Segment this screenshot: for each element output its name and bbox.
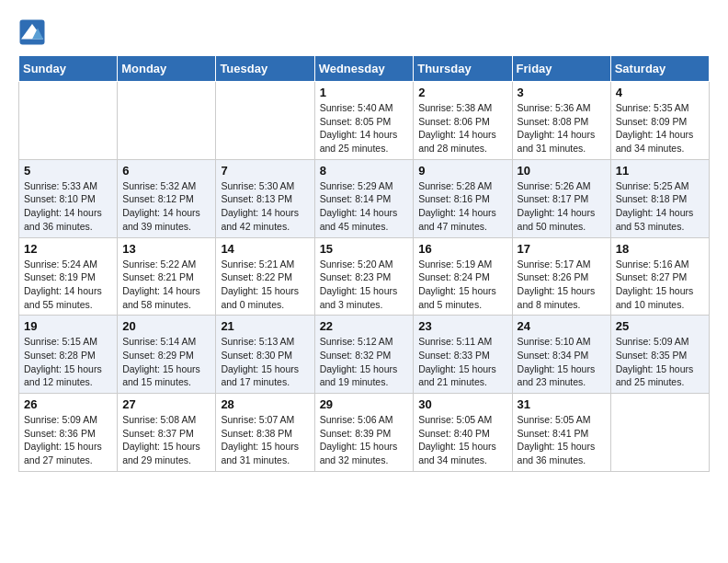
calendar-cell: 3Sunrise: 5:36 AM Sunset: 8:08 PM Daylig… bbox=[512, 82, 610, 160]
day-info: Sunrise: 5:07 AM Sunset: 8:38 PM Dayligh… bbox=[221, 413, 309, 467]
day-number: 19 bbox=[24, 319, 112, 333]
calendar-week-row: 12Sunrise: 5:24 AM Sunset: 8:19 PM Dayli… bbox=[19, 237, 710, 316]
calendar-cell: 27Sunrise: 5:08 AM Sunset: 8:37 PM Dayli… bbox=[118, 394, 216, 472]
calendar-cell: 25Sunrise: 5:09 AM Sunset: 8:35 PM Dayli… bbox=[610, 316, 709, 394]
day-number: 29 bbox=[320, 397, 409, 411]
day-info: Sunrise: 5:06 AM Sunset: 8:39 PM Dayligh… bbox=[320, 413, 409, 467]
calendar-cell: 17Sunrise: 5:17 AM Sunset: 8:26 PM Dayli… bbox=[512, 237, 610, 316]
day-info: Sunrise: 5:40 AM Sunset: 8:05 PM Dayligh… bbox=[320, 101, 409, 155]
calendar-week-row: 1Sunrise: 5:40 AM Sunset: 8:05 PM Daylig… bbox=[19, 82, 710, 160]
day-number: 26 bbox=[24, 397, 112, 411]
calendar-cell: 16Sunrise: 5:19 AM Sunset: 8:24 PM Dayli… bbox=[414, 237, 512, 316]
day-info: Sunrise: 5:33 AM Sunset: 8:10 PM Dayligh… bbox=[24, 179, 112, 234]
day-info: Sunrise: 5:16 AM Sunset: 8:27 PM Dayligh… bbox=[616, 258, 704, 312]
day-number: 13 bbox=[122, 242, 210, 256]
day-info: Sunrise: 5:24 AM Sunset: 8:19 PM Dayligh… bbox=[24, 258, 112, 312]
calendar-cell: 19Sunrise: 5:15 AM Sunset: 8:28 PM Dayli… bbox=[19, 316, 118, 394]
calendar-cell: 20Sunrise: 5:14 AM Sunset: 8:29 PM Dayli… bbox=[118, 316, 216, 394]
day-number: 11 bbox=[616, 164, 704, 178]
col-header-saturday: Saturday bbox=[610, 56, 709, 82]
day-info: Sunrise: 5:26 AM Sunset: 8:17 PM Dayligh… bbox=[518, 179, 606, 234]
calendar-cell bbox=[19, 82, 118, 160]
day-number: 16 bbox=[418, 242, 506, 256]
day-info: Sunrise: 5:09 AM Sunset: 8:36 PM Dayligh… bbox=[24, 413, 112, 467]
calendar-header-row: SundayMondayTuesdayWednesdayThursdayFrid… bbox=[19, 56, 710, 82]
calendar-cell: 6Sunrise: 5:32 AM Sunset: 8:12 PM Daylig… bbox=[118, 159, 216, 237]
col-header-monday: Monday bbox=[118, 56, 216, 82]
calendar-cell: 14Sunrise: 5:21 AM Sunset: 8:22 PM Dayli… bbox=[216, 237, 314, 316]
logo-icon bbox=[18, 18, 46, 46]
day-info: Sunrise: 5:17 AM Sunset: 8:26 PM Dayligh… bbox=[518, 258, 606, 312]
col-header-sunday: Sunday bbox=[19, 56, 118, 82]
calendar-cell bbox=[118, 82, 216, 160]
calendar-cell: 1Sunrise: 5:40 AM Sunset: 8:05 PM Daylig… bbox=[314, 82, 414, 160]
calendar-cell: 8Sunrise: 5:29 AM Sunset: 8:14 PM Daylig… bbox=[314, 159, 414, 237]
day-number: 24 bbox=[518, 319, 606, 333]
day-info: Sunrise: 5:21 AM Sunset: 8:22 PM Dayligh… bbox=[221, 258, 309, 312]
day-info: Sunrise: 5:13 AM Sunset: 8:30 PM Dayligh… bbox=[221, 335, 309, 389]
day-number: 4 bbox=[616, 86, 704, 99]
calendar-cell: 5Sunrise: 5:33 AM Sunset: 8:10 PM Daylig… bbox=[19, 159, 118, 237]
logo bbox=[18, 18, 48, 46]
day-number: 30 bbox=[418, 397, 506, 411]
day-info: Sunrise: 5:15 AM Sunset: 8:28 PM Dayligh… bbox=[24, 335, 112, 389]
calendar-week-row: 26Sunrise: 5:09 AM Sunset: 8:36 PM Dayli… bbox=[19, 394, 710, 472]
day-info: Sunrise: 5:36 AM Sunset: 8:08 PM Dayligh… bbox=[518, 101, 606, 155]
day-info: Sunrise: 5:14 AM Sunset: 8:29 PM Dayligh… bbox=[122, 335, 210, 389]
day-number: 20 bbox=[122, 319, 210, 333]
day-number: 31 bbox=[518, 397, 606, 411]
day-info: Sunrise: 5:11 AM Sunset: 8:33 PM Dayligh… bbox=[418, 335, 506, 389]
day-info: Sunrise: 5:05 AM Sunset: 8:41 PM Dayligh… bbox=[518, 413, 606, 467]
day-number: 28 bbox=[221, 397, 309, 411]
day-number: 2 bbox=[418, 86, 506, 99]
day-info: Sunrise: 5:29 AM Sunset: 8:14 PM Dayligh… bbox=[320, 179, 409, 234]
day-info: Sunrise: 5:38 AM Sunset: 8:06 PM Dayligh… bbox=[418, 101, 506, 155]
calendar-table: SundayMondayTuesdayWednesdayThursdayFrid… bbox=[18, 55, 710, 472]
page-header bbox=[18, 18, 710, 46]
day-number: 8 bbox=[320, 164, 409, 178]
day-info: Sunrise: 5:08 AM Sunset: 8:37 PM Dayligh… bbox=[122, 413, 210, 467]
calendar-cell: 9Sunrise: 5:28 AM Sunset: 8:16 PM Daylig… bbox=[414, 159, 512, 237]
day-info: Sunrise: 5:19 AM Sunset: 8:24 PM Dayligh… bbox=[418, 258, 506, 312]
calendar-cell: 23Sunrise: 5:11 AM Sunset: 8:33 PM Dayli… bbox=[414, 316, 512, 394]
day-info: Sunrise: 5:35 AM Sunset: 8:09 PM Dayligh… bbox=[616, 101, 704, 155]
day-info: Sunrise: 5:32 AM Sunset: 8:12 PM Dayligh… bbox=[122, 179, 210, 234]
day-number: 5 bbox=[24, 164, 112, 178]
day-info: Sunrise: 5:05 AM Sunset: 8:40 PM Dayligh… bbox=[418, 413, 506, 467]
day-number: 27 bbox=[122, 397, 210, 411]
calendar-cell: 10Sunrise: 5:26 AM Sunset: 8:17 PM Dayli… bbox=[512, 159, 610, 237]
calendar-cell: 4Sunrise: 5:35 AM Sunset: 8:09 PM Daylig… bbox=[610, 82, 709, 160]
calendar-cell bbox=[216, 82, 314, 160]
day-number: 14 bbox=[221, 242, 309, 256]
day-info: Sunrise: 5:30 AM Sunset: 8:13 PM Dayligh… bbox=[221, 179, 309, 234]
day-info: Sunrise: 5:10 AM Sunset: 8:34 PM Dayligh… bbox=[518, 335, 606, 389]
day-number: 18 bbox=[616, 242, 704, 256]
calendar-cell: 22Sunrise: 5:12 AM Sunset: 8:32 PM Dayli… bbox=[314, 316, 414, 394]
day-info: Sunrise: 5:22 AM Sunset: 8:21 PM Dayligh… bbox=[122, 258, 210, 312]
day-number: 9 bbox=[418, 164, 506, 178]
calendar-cell: 29Sunrise: 5:06 AM Sunset: 8:39 PM Dayli… bbox=[314, 394, 414, 472]
day-info: Sunrise: 5:28 AM Sunset: 8:16 PM Dayligh… bbox=[418, 179, 506, 234]
day-info: Sunrise: 5:20 AM Sunset: 8:23 PM Dayligh… bbox=[320, 258, 409, 312]
day-number: 6 bbox=[122, 164, 210, 178]
day-number: 15 bbox=[320, 242, 409, 256]
calendar-cell: 13Sunrise: 5:22 AM Sunset: 8:21 PM Dayli… bbox=[118, 237, 216, 316]
calendar-cell: 7Sunrise: 5:30 AM Sunset: 8:13 PM Daylig… bbox=[216, 159, 314, 237]
calendar-cell: 26Sunrise: 5:09 AM Sunset: 8:36 PM Dayli… bbox=[19, 394, 118, 472]
col-header-wednesday: Wednesday bbox=[314, 56, 414, 82]
day-number: 10 bbox=[518, 164, 606, 178]
day-number: 22 bbox=[320, 319, 409, 333]
calendar-week-row: 19Sunrise: 5:15 AM Sunset: 8:28 PM Dayli… bbox=[19, 316, 710, 394]
day-number: 1 bbox=[320, 86, 409, 99]
day-number: 12 bbox=[24, 242, 112, 256]
calendar-cell: 31Sunrise: 5:05 AM Sunset: 8:41 PM Dayli… bbox=[512, 394, 610, 472]
day-number: 3 bbox=[518, 86, 606, 99]
calendar-cell bbox=[610, 394, 709, 472]
calendar-cell: 18Sunrise: 5:16 AM Sunset: 8:27 PM Dayli… bbox=[610, 237, 709, 316]
day-number: 17 bbox=[518, 242, 606, 256]
col-header-friday: Friday bbox=[512, 56, 610, 82]
day-number: 7 bbox=[221, 164, 309, 178]
day-number: 21 bbox=[221, 319, 309, 333]
col-header-tuesday: Tuesday bbox=[216, 56, 314, 82]
day-number: 25 bbox=[616, 319, 704, 333]
